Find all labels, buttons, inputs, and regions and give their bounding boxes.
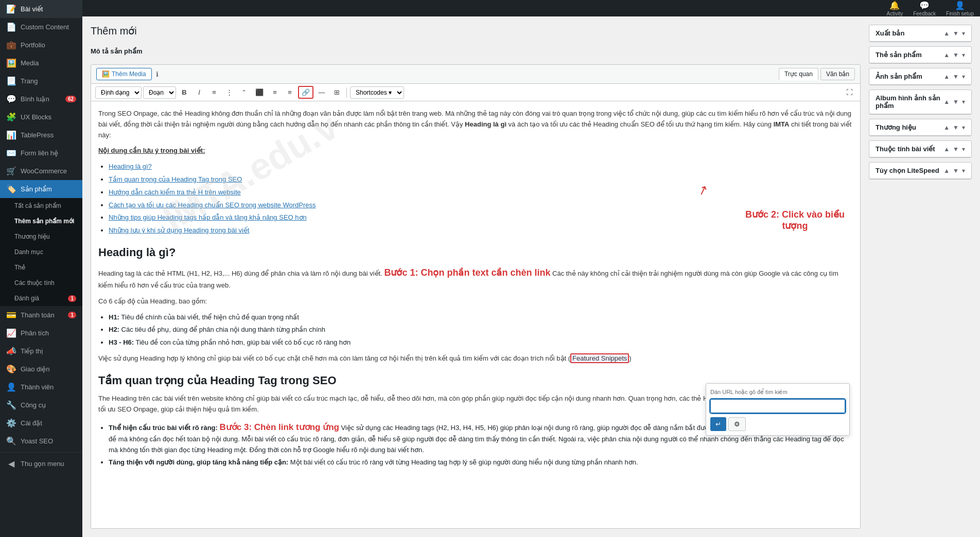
sidebar-item-cong-cu[interactable]: 🔧 Công cụ xyxy=(0,396,82,414)
sidebar-item-giao-dien[interactable]: 🎨 Giao diện xyxy=(0,360,82,378)
panel-anh-toggle[interactable]: ▾ xyxy=(962,73,965,80)
panel-album-header[interactable]: Album hình ảnh sản phẩm ▲ ▼ ▾ xyxy=(869,90,971,114)
shortcodes-select[interactable]: Shortcodes ▾ xyxy=(350,86,404,99)
panel-thuong-hieu: Thương hiệu ▲ ▼ ▾ xyxy=(869,119,972,136)
panel-ls-up[interactable]: ▲ xyxy=(943,167,950,174)
panel-anh-down[interactable]: ▼ xyxy=(953,73,959,80)
panel-album-down[interactable]: ▼ xyxy=(953,98,959,105)
panel-xuat-ban-header[interactable]: Xuất bản ▲ ▼ ▾ xyxy=(869,25,971,42)
fullscreen-button[interactable]: ⛶ xyxy=(843,86,856,98)
toc-item-1[interactable]: Heading là gì? xyxy=(109,163,152,170)
sidebar: 📝 Bài viết 📄 Custom Content 💼 Portfolio … xyxy=(0,0,82,537)
comments-icon: 💬 xyxy=(6,94,16,104)
sidebar-item-thu-gon[interactable]: ◀ Thu gọn menu xyxy=(0,455,82,473)
finish-setup-button[interactable]: 👤 Finish setup xyxy=(946,1,974,16)
tab-visual[interactable]: Trực quan xyxy=(779,68,818,80)
panel-album-up[interactable]: ▲ xyxy=(943,98,950,105)
sidebar-item-ux-blocks[interactable]: 🧩 UX Blocks xyxy=(0,108,82,126)
sidebar-item-comments[interactable]: 💬 Bình luận 62 xyxy=(0,90,82,108)
bold-button[interactable]: B xyxy=(178,86,191,98)
panel-litespeed-header[interactable]: Tùy chọn LiteSpeed ▲ ▼ ▾ xyxy=(869,163,971,179)
posts-icon: 📝 xyxy=(6,4,16,14)
sidebar-item-woocommerce[interactable]: 🛒 WooCommerce xyxy=(0,162,82,180)
toc-item-2[interactable]: Tầm quan trọng của Heading Tag trong SEO xyxy=(109,175,242,183)
yoast-icon: 🔍 xyxy=(6,436,16,446)
panel-thuoc-tinh-header[interactable]: Thuộc tính bài viết ▲ ▼ ▾ xyxy=(869,141,971,157)
portfolio-icon: 💼 xyxy=(6,40,16,50)
panel-album-toggle[interactable]: ▾ xyxy=(962,98,965,105)
panel-th-toggle[interactable]: ▾ xyxy=(962,124,965,131)
align-right-button[interactable]: ≡ xyxy=(283,86,296,98)
main-area: 🔔 Activity 💬 Feedback 👤 Finish setup Thê… xyxy=(82,0,980,537)
panel-th-up[interactable]: ▲ xyxy=(943,124,950,131)
panel-the-up[interactable]: ▲ xyxy=(943,51,950,59)
unordered-list-button[interactable]: ≡ xyxy=(207,86,221,98)
submenu-tat-ca[interactable]: Tất cả sản phẩm xyxy=(0,198,82,213)
editor-content[interactable]: IMTA.edu.v Trong SEO Onpage, các thẻ Hea… xyxy=(91,101,860,528)
featured-snippets-link[interactable]: Featured Snippets xyxy=(570,353,629,363)
submenu-danh-gia[interactable]: Đánh giá 1 xyxy=(0,291,82,306)
align-center-button[interactable]: ≡ xyxy=(268,86,282,98)
toc-item-6[interactable]: Những lưu ý khi sử dụng Heading trong bà… xyxy=(109,226,249,234)
panel-the-down[interactable]: ▼ xyxy=(953,51,959,59)
submenu-cac-thuoc-tinh[interactable]: Các thuộc tính xyxy=(0,275,82,291)
tab-text[interactable]: Văn bản xyxy=(820,68,855,80)
toc-item-4[interactable]: Cách tạo và tối ưu các Heading chuẩn SEO… xyxy=(109,201,316,209)
submenu-them-moi[interactable]: Thêm sản phẩm mới xyxy=(0,213,82,229)
heading-item-h3h6: H3 - H6: Tiêu đề con của từng phần nhỏ h… xyxy=(109,337,853,348)
link-button[interactable]: 🔗 xyxy=(298,86,313,99)
link-apply-button[interactable]: ↵ xyxy=(710,417,726,431)
panel-thuong-hieu-header[interactable]: Thương hiệu ▲ ▼ ▾ xyxy=(869,119,971,136)
panel-thuong-hieu-label: Thương hiệu xyxy=(876,123,916,131)
submenu-the[interactable]: Thẻ xyxy=(0,260,82,275)
panel-the-san-pham-header[interactable]: Thẻ sản phẩm ▲ ▼ ▾ xyxy=(869,47,971,63)
panel-ls-down[interactable]: ▼ xyxy=(953,167,959,174)
panel-tt-toggle[interactable]: ▾ xyxy=(962,146,965,153)
add-media-button[interactable]: 🖼️ Thêm Media xyxy=(96,68,152,80)
sidebar-item-cai-dat[interactable]: ⚙️ Cài đặt xyxy=(0,414,82,432)
panel-xuat-ban-down[interactable]: ▼ xyxy=(953,30,959,37)
panel-tt-down[interactable]: ▼ xyxy=(953,146,959,153)
sidebar-item-yoast[interactable]: 🔍 Yoast SEO xyxy=(0,432,82,450)
submenu-thuong-hieu[interactable]: Thương hiệu xyxy=(0,229,82,244)
italic-button[interactable]: I xyxy=(192,86,206,98)
link-url-input[interactable] xyxy=(710,399,845,413)
panel-xuat-ban-toggle[interactable]: ▾ xyxy=(962,30,965,37)
link-settings-button[interactable]: ⚙ xyxy=(728,417,746,431)
sidebar-item-tablepress[interactable]: 📊 TablePress xyxy=(0,126,82,144)
panel-ls-toggle[interactable]: ▾ xyxy=(962,167,965,174)
sidebar-item-thanh-vien[interactable]: 👤 Thành viên xyxy=(0,378,82,396)
panel-tt-up[interactable]: ▲ xyxy=(943,146,950,153)
toc-item-3[interactable]: Hướng dẫn cách kiểm tra thẻ H trên websi… xyxy=(109,188,241,196)
san-pham-submenu: Tất cả sản phẩm Thêm sản phẩm mới Thương… xyxy=(0,198,82,306)
panel-xuat-ban-up[interactable]: ▲ xyxy=(943,30,950,37)
panel-the-toggle[interactable]: ▾ xyxy=(962,51,965,59)
align-left-button[interactable]: ⬛ xyxy=(252,86,267,98)
ordered-list-button[interactable]: ⋮ xyxy=(222,86,236,98)
format-select[interactable]: Định dạng xyxy=(95,86,142,99)
sidebar-item-san-pham[interactable]: 🏷️ Sản phẩm xyxy=(0,180,82,198)
panel-th-down[interactable]: ▼ xyxy=(953,124,959,131)
sidebar-item-pages[interactable]: 📃 Trang xyxy=(0,72,82,90)
thanh-toan-badge: 1 xyxy=(68,312,76,318)
activity-button[interactable]: 🔔 Activity xyxy=(886,1,903,16)
table-button[interactable]: ⊞ xyxy=(330,86,343,98)
sidebar-item-tiep-thi[interactable]: 📣 Tiếp thị xyxy=(0,342,82,360)
sidebar-item-thanh-toan[interactable]: 💳 Thanh toán 1 xyxy=(0,306,82,324)
toc-item-5[interactable]: Những tips giúp Heading tags hấp dẫn và … xyxy=(109,213,307,221)
sidebar-item-custom-content[interactable]: 📄 Custom Content xyxy=(0,18,82,36)
panel-anh-up[interactable]: ▲ xyxy=(943,73,950,80)
paragraph-select[interactable]: Đoạn xyxy=(143,86,176,99)
submenu-label-the: Thẻ xyxy=(14,264,25,271)
blockquote-button[interactable]: " xyxy=(237,86,251,98)
sidebar-item-media[interactable]: 🖼️ Media xyxy=(0,54,82,72)
sidebar-item-posts[interactable]: 📝 Bài viết xyxy=(0,0,82,18)
sidebar-item-phan-tich[interactable]: 📈 Phân tích xyxy=(0,324,82,342)
sidebar-item-portfolio[interactable]: 💼 Portfolio xyxy=(0,36,82,54)
thu-gon-icon: ◀ xyxy=(6,459,16,469)
feedback-button[interactable]: 💬 Feedback xyxy=(913,1,936,16)
panel-anh-san-pham-header[interactable]: Ảnh sản phẩm ▲ ▼ ▾ xyxy=(869,68,971,85)
sidebar-item-form[interactable]: ✉️ Form liên hệ xyxy=(0,144,82,162)
submenu-danh-muc[interactable]: Danh mục xyxy=(0,244,82,260)
hr-button[interactable]: — xyxy=(315,86,328,98)
